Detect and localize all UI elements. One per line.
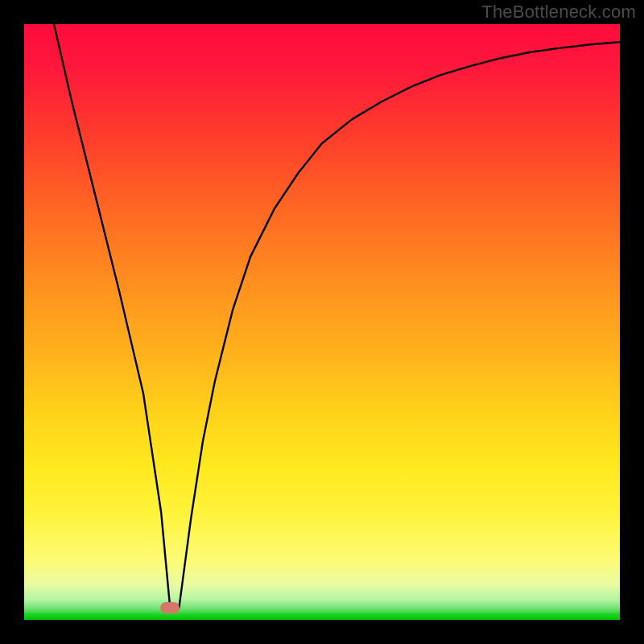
optimum-marker bbox=[160, 602, 180, 613]
bottleneck-curve bbox=[54, 24, 620, 608]
watermark-text: TheBottleneck.com bbox=[481, 2, 636, 23]
plot-area bbox=[24, 24, 620, 620]
curve-svg bbox=[24, 24, 620, 620]
chart-frame: TheBottleneck.com bbox=[0, 0, 644, 644]
